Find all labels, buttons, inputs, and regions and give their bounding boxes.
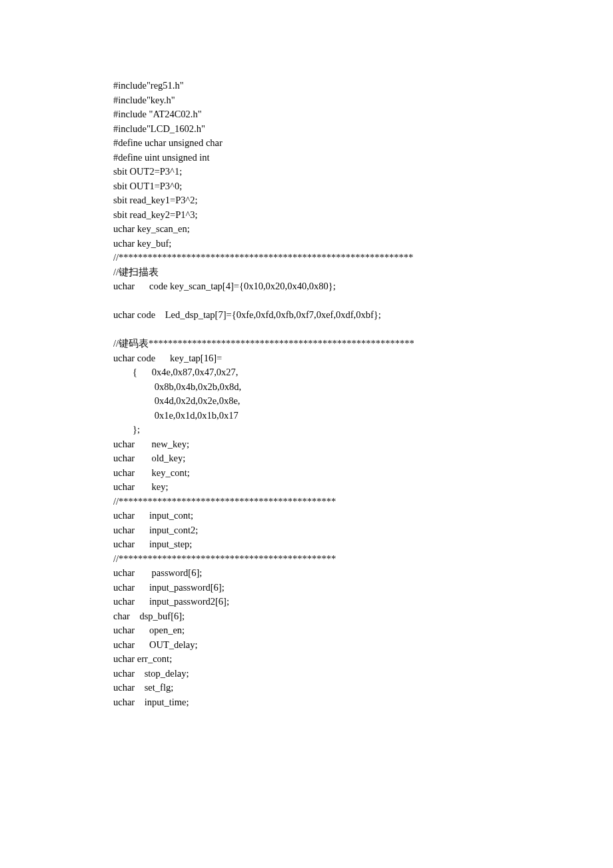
code-line: }; <box>113 423 613 437</box>
code-line: uchar open_en; <box>113 623 613 638</box>
code-line: #include"LCD_1602.h" <box>113 122 613 137</box>
code-line: uchar set_flg; <box>113 681 613 695</box>
code-line: uchar input_time; <box>113 695 613 710</box>
code-line: uchar input_password[6]; <box>113 581 613 595</box>
code-line: sbit OUT1=P3^0; <box>113 179 613 194</box>
code-line: sbit read_key2=P1^3; <box>113 208 613 223</box>
code-line: //键码表***********************************… <box>113 337 613 351</box>
code-line: //键扫描表 <box>113 265 613 280</box>
code-line: #define uchar unsigned char <box>113 136 613 151</box>
code-line: 0x8b,0x4b,0x2b,0x8d, <box>113 380 613 395</box>
code-line <box>113 323 613 337</box>
code-line: //**************************************… <box>113 552 613 567</box>
code-line: uchar password[6]; <box>113 566 613 581</box>
code-line: #include"reg51.h" <box>113 79 613 93</box>
code-line: uchar OUT_delay; <box>113 638 613 653</box>
code-line: uchar key; <box>113 480 613 495</box>
code-line: uchar code Led_dsp_tap[7]={0xfe,0xfd,0xf… <box>113 308 613 323</box>
document-page: #include"reg51.h"#include"key.h"#include… <box>0 0 613 868</box>
code-line: 0x4d,0x2d,0x2e,0x8e, <box>113 394 613 409</box>
source-code-block: #include"reg51.h"#include"key.h"#include… <box>113 79 613 709</box>
code-line: uchar input_cont2; <box>113 523 613 538</box>
code-line: char dsp_buf[6]; <box>113 609 613 624</box>
code-line: sbit read_key1=P3^2; <box>113 193 613 208</box>
code-line: uchar key_buf; <box>113 237 613 251</box>
code-line: 0x1e,0x1d,0x1b,0x17 <box>113 409 613 423</box>
code-line: //**************************************… <box>113 495 613 509</box>
code-line: uchar code key_tap[16]= <box>113 351 613 366</box>
code-line: uchar old_key; <box>113 451 613 466</box>
code-line: uchar input_cont; <box>113 509 613 523</box>
code-line: #define uint unsigned int <box>113 151 613 165</box>
code-line: uchar err_cont; <box>113 652 613 667</box>
code-line: uchar key_cont; <box>113 466 613 481</box>
code-line: uchar input_password2[6]; <box>113 595 613 609</box>
code-line: #include "AT24C02.h" <box>113 107 613 122</box>
code-line: uchar input_step; <box>113 537 613 552</box>
code-line: uchar stop_delay; <box>113 667 613 681</box>
code-line: uchar key_scan_en; <box>113 222 613 237</box>
code-line: sbit OUT2=P3^1; <box>113 165 613 179</box>
code-line: #include"key.h" <box>113 93 613 108</box>
code-line: //**************************************… <box>113 251 613 265</box>
code-line: uchar new_key; <box>113 437 613 452</box>
code-line: uchar code key_scan_tap[4]={0x10,0x20,0x… <box>113 279 613 294</box>
code-line <box>113 294 613 309</box>
code-line: { 0x4e,0x87,0x47,0x27, <box>113 365 613 380</box>
